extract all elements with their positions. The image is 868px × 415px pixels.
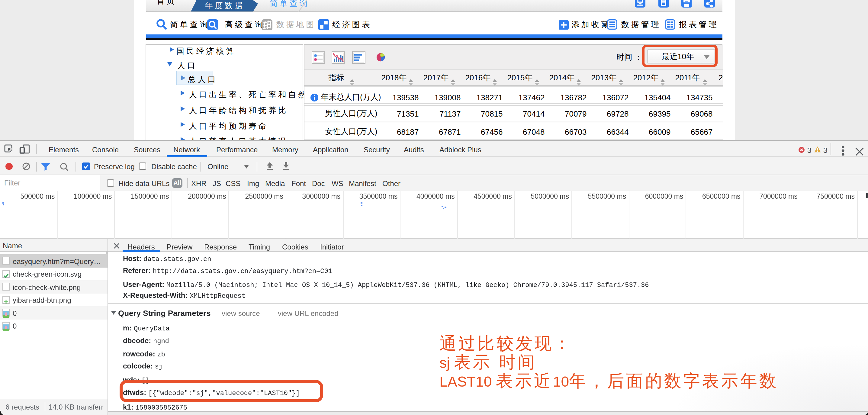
svg-text:年度数据: 年度数据 bbox=[205, 1, 244, 10]
